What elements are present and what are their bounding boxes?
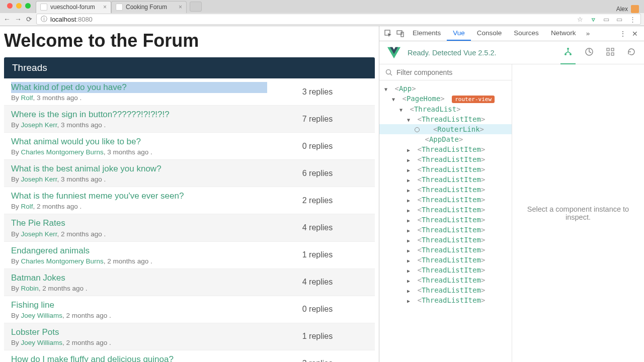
tree-node[interactable]: ▶ <ThreadListItem>: [379, 295, 512, 305]
devtools-tab-elements[interactable]: Elements: [407, 26, 447, 41]
chevron-right-icon[interactable]: ▶: [407, 208, 412, 213]
filter-components-input[interactable]: [396, 68, 506, 76]
more-tabs-icon[interactable]: »: [582, 28, 594, 40]
thread-title-link[interactable]: Endangered animals: [11, 245, 267, 256]
tree-node[interactable]: ▼ <ThreadList>: [379, 104, 512, 114]
tree-node[interactable]: ▶ <ThreadListItem>: [379, 185, 512, 195]
thread-title-link[interactable]: Batman Jokes: [11, 273, 267, 284]
chevron-right-icon[interactable]: ▶: [407, 248, 412, 253]
thread-author-link[interactable]: Charles Montgomery Burns: [21, 257, 104, 265]
chevron-right-icon[interactable]: ▶: [407, 218, 412, 223]
chevron-right-icon[interactable]: ▶: [407, 228, 412, 233]
tree-node[interactable]: <RouterLink>: [379, 124, 512, 134]
new-tab-button[interactable]: [190, 2, 202, 12]
devtools-tab-network[interactable]: Network: [545, 26, 582, 41]
devtools-menu-icon[interactable]: ⋮: [617, 28, 629, 40]
device-toolbar-icon[interactable]: [394, 28, 407, 40]
browser-tab[interactable]: vueschool-forum ×: [36, 1, 111, 13]
maximize-window-icon[interactable]: [25, 3, 31, 9]
tree-node[interactable]: ▶ <ThreadListItem>: [379, 195, 512, 205]
extension-icon-2[interactable]: ▭: [615, 15, 623, 23]
tree-node[interactable]: ▶ <ThreadListItem>: [379, 285, 512, 295]
tree-node[interactable]: ▶ <ThreadListItem>: [379, 265, 512, 275]
components-tool-icon[interactable]: [564, 47, 573, 58]
thread-author-link[interactable]: Joseph Kerr: [21, 175, 57, 183]
chevron-right-icon[interactable]: ▶: [407, 288, 412, 294]
tree-node[interactable]: ▶ <ThreadListItem>: [379, 275, 512, 285]
tree-node[interactable]: ▼ <PageHome> router-view: [379, 94, 512, 104]
chevron-down-icon[interactable]: ▼: [384, 86, 389, 92]
chevron-down-icon[interactable]: ▼: [399, 107, 405, 113]
events-tool-icon[interactable]: [606, 47, 615, 58]
address-bar[interactable]: ⓘ localhost:8080 ☆ ▿ ▭ ▭ ⋮: [36, 14, 641, 25]
chevron-right-icon[interactable]: ▶: [407, 298, 412, 304]
refresh-tool-icon[interactable]: [627, 47, 636, 58]
chevron-down-icon[interactable]: ▼: [407, 117, 412, 123]
thread-author-link[interactable]: Rolf: [21, 203, 33, 210]
inspect-element-icon[interactable]: [382, 28, 394, 40]
thread-title-link[interactable]: Lobster Pots: [11, 327, 267, 338]
tree-node[interactable]: ▶ <ThreadListItem>: [379, 154, 512, 164]
thread-author-link[interactable]: Charles Montgomery Burns: [21, 148, 104, 156]
tree-node[interactable]: ▶ <ThreadListItem>: [379, 164, 512, 174]
thread-title-link[interactable]: How do I make fluffy and delicious quino…: [11, 354, 267, 362]
chevron-right-icon[interactable]: ▶: [407, 157, 412, 163]
forward-icon[interactable]: →: [14, 15, 22, 23]
vuex-tool-icon[interactable]: [585, 47, 594, 58]
thread-title-link[interactable]: What is the funniest meme you've ever se…: [11, 191, 267, 202]
back-icon[interactable]: ←: [3, 15, 11, 23]
menu-icon[interactable]: ⋮: [628, 15, 636, 23]
chevron-down-icon[interactable]: ▼: [392, 97, 397, 102]
chevron-right-icon[interactable]: ▶: [407, 188, 412, 193]
tree-node[interactable]: ▶ <ThreadListItem>: [379, 144, 512, 154]
tree-node[interactable]: ▼ <ThreadListItem>: [379, 114, 512, 124]
thread-title-link[interactable]: The Pie Rates: [11, 218, 267, 229]
chevron-right-icon[interactable]: ▶: [407, 268, 412, 274]
thread-author-link[interactable]: Joey Williams: [21, 312, 63, 319]
tree-scroll[interactable]: ▼ <App> ▼ <PageHome> router-view ▼ <Thre…: [379, 80, 512, 362]
vue-extension-icon[interactable]: ▿: [589, 15, 597, 23]
chevron-right-icon[interactable]: ▶: [407, 198, 412, 203]
extension-icon[interactable]: ▭: [602, 15, 610, 23]
devtools-tab-console[interactable]: Console: [471, 26, 508, 41]
tree-node[interactable]: <AppDate>: [379, 134, 512, 144]
chevron-right-icon[interactable]: ▶: [407, 167, 412, 173]
bookmark-icon[interactable]: ☆: [576, 15, 584, 23]
avatar[interactable]: [631, 5, 639, 13]
tree-node[interactable]: ▶ <ThreadListItem>: [379, 205, 512, 215]
tree-node[interactable]: ▶ <ThreadListItem>: [379, 225, 512, 235]
tree-node[interactable]: ▶ <ThreadListItem>: [379, 215, 512, 225]
thread-author-link[interactable]: Joey Williams: [21, 339, 63, 346]
chevron-right-icon[interactable]: ▶: [407, 278, 412, 284]
chevron-right-icon[interactable]: ▶: [407, 177, 412, 183]
thread-author-link[interactable]: Joseph Kerr: [21, 230, 57, 238]
thread-author-link[interactable]: Joseph Kerr: [21, 121, 57, 129]
devtools-tab-sources[interactable]: Sources: [508, 26, 545, 41]
tree-node[interactable]: ▶ <ThreadListItem>: [379, 255, 512, 265]
chevron-right-icon[interactable]: ▶: [407, 238, 412, 243]
thread-meta: By Joey Williams, 2 months ago .: [11, 312, 267, 319]
page-scroll[interactable]: Welcome to the Forum Threads What kind o…: [0, 26, 379, 362]
minimize-window-icon[interactable]: [16, 3, 22, 9]
thread-title-link[interactable]: What kind of pet do you have?: [11, 82, 267, 93]
devtools-close-icon[interactable]: ✕: [629, 28, 641, 40]
tree-node[interactable]: ▶ <ThreadListItem>: [379, 235, 512, 245]
thread-title-link[interactable]: What animal would you like to be?: [11, 136, 267, 147]
thread-title-link[interactable]: Where is the sign in button??????!?!?!?!…: [11, 109, 267, 120]
close-tab-icon[interactable]: ×: [103, 4, 107, 11]
thread-author-link[interactable]: Rolf: [21, 94, 33, 102]
thread-author-link[interactable]: Robin: [21, 285, 39, 292]
tree-node[interactable]: ▼ <App>: [379, 83, 512, 94]
close-window-icon[interactable]: [7, 3, 13, 9]
devtools-tab-vue[interactable]: Vue: [447, 26, 471, 41]
reload-icon[interactable]: ⟳: [25, 15, 33, 23]
thread-title-link[interactable]: What is the best animal joke you know?: [11, 163, 267, 174]
chevron-right-icon[interactable]: ▶: [407, 147, 412, 153]
thread-title-link[interactable]: Fishing line: [11, 300, 267, 311]
chevron-right-icon[interactable]: ▶: [407, 258, 412, 263]
browser-tab[interactable]: Cooking Forum ×: [111, 1, 187, 13]
page-info-icon[interactable]: ⓘ: [41, 15, 47, 24]
tree-node[interactable]: ▶ <ThreadListItem>: [379, 245, 512, 255]
close-tab-icon[interactable]: ×: [179, 4, 182, 11]
tree-node[interactable]: ▶ <ThreadListItem>: [379, 174, 512, 185]
